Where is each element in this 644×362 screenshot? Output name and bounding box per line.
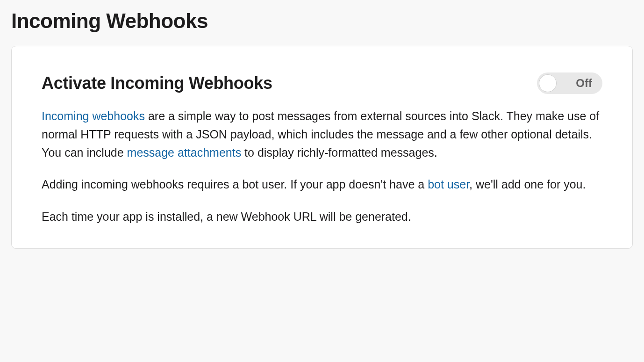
text-span: , we'll add one for you. bbox=[469, 178, 586, 191]
text-span: to display richly-formatted messages. bbox=[241, 146, 437, 159]
bot-user-link[interactable]: bot user bbox=[428, 178, 469, 191]
page-title: Incoming Webhooks bbox=[11, 9, 633, 33]
toggle-knob bbox=[539, 74, 557, 92]
description-paragraph-1: Incoming webhooks are a simple way to po… bbox=[42, 107, 602, 161]
settings-card: Activate Incoming Webhooks Off Incoming … bbox=[11, 46, 633, 249]
description-paragraph-3: Each time your app is installed, a new W… bbox=[42, 208, 602, 226]
activate-toggle[interactable]: Off bbox=[537, 72, 602, 94]
text-span: Each time your app is installed, a new W… bbox=[42, 210, 411, 223]
section-title: Activate Incoming Webhooks bbox=[42, 73, 272, 93]
card-header: Activate Incoming Webhooks Off bbox=[42, 72, 602, 94]
incoming-webhooks-link[interactable]: Incoming webhooks bbox=[42, 109, 145, 123]
description-paragraph-2: Adding incoming webhooks requires a bot … bbox=[42, 175, 602, 194]
toggle-label: Off bbox=[576, 77, 592, 90]
text-span: Adding incoming webhooks requires a bot … bbox=[42, 178, 428, 191]
message-attachments-link[interactable]: message attachments bbox=[127, 146, 242, 159]
